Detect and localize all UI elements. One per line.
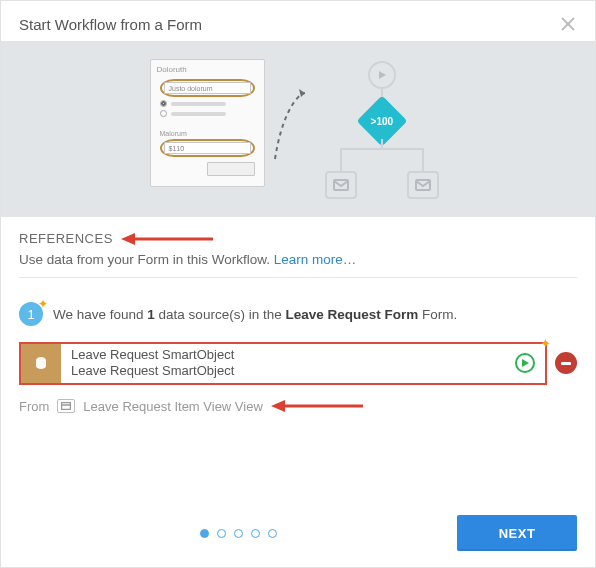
illustration-panel: Doloruth Justo dolorum Malorum $110 xyxy=(1,41,595,217)
data-source-subtitle: Leave Request SmartObject xyxy=(71,363,234,379)
svg-marker-8 xyxy=(522,359,529,367)
close-icon xyxy=(561,17,575,31)
learn-more-link[interactable]: Learn more… xyxy=(274,252,357,267)
svg-marker-12 xyxy=(271,400,285,412)
svg-marker-3 xyxy=(379,71,386,79)
mock-button xyxy=(207,162,255,176)
highlight-ring: Justo dolorum xyxy=(160,79,255,97)
data-source-title: Leave Request SmartObject xyxy=(71,347,234,363)
from-label: From xyxy=(19,399,49,414)
mock-field-label: Malorum xyxy=(160,130,255,137)
play-icon xyxy=(377,70,387,80)
smartobject-icon xyxy=(21,344,61,383)
references-heading: REFERENCES xyxy=(19,231,113,246)
svg-marker-2 xyxy=(299,89,305,97)
email-node xyxy=(407,171,439,199)
pager-dot[interactable] xyxy=(217,529,226,538)
dialog-header: Start Workflow from a Form xyxy=(1,1,595,41)
flow-diagram: >100 xyxy=(317,59,447,199)
envelope-icon xyxy=(415,179,431,191)
minus-icon xyxy=(561,362,571,365)
highlight-ring: $110 xyxy=(160,139,255,157)
pager-dot[interactable] xyxy=(268,529,277,538)
close-button[interactable] xyxy=(559,15,577,33)
pager-dot[interactable] xyxy=(200,529,209,538)
email-node xyxy=(325,171,357,199)
references-section: REFERENCES Use data from your Form in th… xyxy=(1,217,595,288)
sparkle-icon: ✦ xyxy=(540,336,551,351)
svg-rect-9 xyxy=(62,403,71,410)
view-icon xyxy=(57,399,75,413)
start-node xyxy=(368,61,396,89)
annotation-arrow-icon xyxy=(271,399,363,413)
found-text: We have found 1 data source(s) in the Le… xyxy=(53,307,457,322)
references-subtitle: Use data from your Form in this Workflow… xyxy=(19,252,577,267)
annotation-arrow-icon xyxy=(121,232,213,246)
dashed-connector xyxy=(273,59,309,179)
next-button[interactable]: NEXT xyxy=(457,515,577,551)
from-row: From Leave Request Item View View xyxy=(1,391,595,418)
dialog-title: Start Workflow from a Form xyxy=(19,16,202,33)
svg-marker-7 xyxy=(121,233,135,245)
found-section: 1 ✦ We have found 1 data source(s) in th… xyxy=(1,288,595,391)
start-workflow-dialog: Start Workflow from a Form Doloruth Just… xyxy=(0,0,596,568)
radio-icon xyxy=(160,100,167,107)
step-pager xyxy=(19,529,457,538)
from-view-name: Leave Request Item View View xyxy=(83,399,262,414)
dialog-footer: NEXT xyxy=(1,501,595,567)
mock-form-title: Doloruth xyxy=(157,65,258,74)
pager-dot[interactable] xyxy=(234,529,243,538)
mock-field: Justo dolorum xyxy=(164,82,251,94)
data-source-play-button[interactable] xyxy=(515,353,535,373)
pager-dot[interactable] xyxy=(251,529,260,538)
mock-field: $110 xyxy=(164,142,251,154)
dashed-arrow-icon xyxy=(273,59,309,179)
play-icon xyxy=(521,359,529,367)
radio-icon xyxy=(160,110,167,117)
remove-data-source-button[interactable] xyxy=(555,352,577,374)
step-badge: 1 ✦ xyxy=(19,302,43,326)
sparkle-icon: ✦ xyxy=(38,297,48,311)
mock-form: Doloruth Justo dolorum Malorum $110 xyxy=(150,59,265,187)
data-source-item[interactable]: Leave Request SmartObject Leave Request … xyxy=(19,342,547,385)
envelope-icon xyxy=(333,179,349,191)
